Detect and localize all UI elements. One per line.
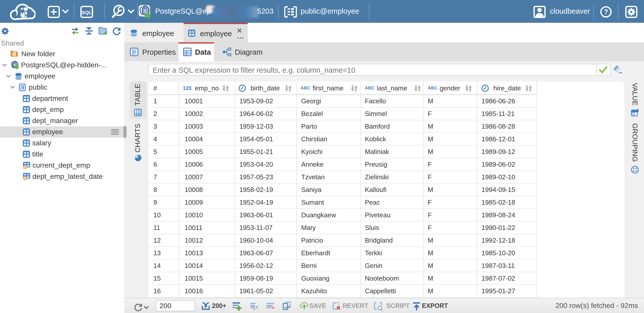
svg-text:?: ?: [604, 8, 608, 16]
svg-text:SQL: SQL: [82, 10, 92, 15]
svg-text:(+): (+): [253, 305, 259, 310]
